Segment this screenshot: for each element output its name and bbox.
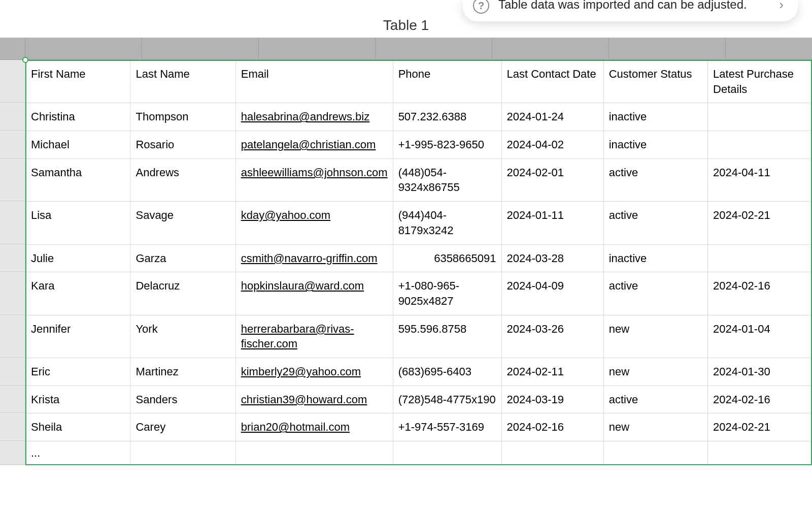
cell-first_name[interactable]: Christina [26, 103, 130, 131]
cell-last_name[interactable]: York [130, 315, 235, 358]
table-row[interactable]: SheilaCareybrian20@hotmail.com+1-974-557… [26, 413, 812, 441]
cell-phone[interactable]: +1-995-823-9650 [393, 131, 501, 159]
cell-last_contact[interactable]: 2024-04-02 [501, 131, 603, 159]
cell-latest_purchase[interactable]: 2024-02-21 [708, 413, 812, 441]
cell-phone[interactable]: 595.596.8758 [393, 315, 501, 358]
email-link[interactable]: kimberly29@yahoo.com [241, 365, 361, 378]
cell-latest_purchase[interactable] [708, 131, 812, 159]
cell-last_name[interactable]: Carey [130, 413, 235, 441]
row-header[interactable] [0, 386, 25, 413]
cell-email[interactable]: kday@yahoo.com [235, 202, 393, 244]
cell-status[interactable]: inactive [603, 244, 707, 272]
cell-last_contact[interactable]: 2024-02-01 [501, 158, 603, 201]
cell-phone[interactable]: 507.232.6388 [393, 103, 501, 131]
cell-status[interactable]: inactive [603, 131, 707, 159]
email-link[interactable]: herrerabarbara@rivas-fischer.com [241, 323, 354, 350]
row-header[interactable] [0, 272, 25, 314]
cell-last_contact[interactable]: 2024-03-26 [501, 315, 603, 358]
cell-phone[interactable]: +1-974-557-3169 [393, 413, 501, 441]
cell-phone[interactable]: +1-080-965-9025x4827 [393, 272, 501, 315]
row-header[interactable] [0, 315, 25, 358]
cell-first_name[interactable]: Krista [26, 386, 130, 413]
cell-latest_purchase[interactable]: 2024-01-04 [708, 315, 812, 358]
cell-latest_purchase[interactable]: 2024-02-16 [708, 386, 812, 413]
cell-first_name[interactable]: Samantha [26, 158, 130, 201]
cell-email[interactable]: halesabrina@andrews.biz [235, 103, 393, 131]
cell-status[interactable]: active [603, 158, 707, 201]
table-row[interactable]: SamanthaAndrewsashleewilliams@johnson.co… [26, 158, 812, 201]
cell-last_contact[interactable]: 2024-02-16 [501, 413, 603, 441]
cell-first_name[interactable]: Julie [26, 244, 130, 272]
cell-last_name[interactable]: Garza [130, 244, 235, 272]
table-row[interactable]: LisaSavagekday@yahoo.com(944)404-8179x32… [26, 202, 812, 244]
row-header[interactable] [0, 201, 25, 244]
chevron-right-icon[interactable]: › [779, 0, 784, 13]
col-header-d[interactable] [376, 38, 492, 59]
cell-last_contact[interactable]: 2024-01-24 [501, 103, 603, 131]
cell-last_name[interactable]: Andrews [130, 158, 235, 201]
cell-last_contact[interactable]: 2024-03-19 [501, 386, 603, 413]
cell-email[interactable]: csmith@navarro-griffin.com [235, 244, 393, 272]
table-row[interactable]: MichaelRosariopatelangela@christian.com+… [26, 131, 812, 159]
ellipsis-cell[interactable] [603, 441, 707, 465]
row-header[interactable] [0, 103, 25, 131]
cell-status[interactable]: new [603, 413, 707, 441]
col-header-c[interactable] [259, 38, 376, 59]
cell-phone[interactable]: (944)404-8179x3242 [393, 202, 501, 244]
data-table[interactable]: First NameLast NameEmailPhoneLast Contac… [25, 60, 812, 465]
ellipsis-cell[interactable]: ... [26, 441, 130, 465]
row-header[interactable] [0, 244, 25, 272]
table-row[interactable]: ChristinaThompsonhalesabrina@andrews.biz… [26, 103, 812, 131]
import-notification[interactable]: ? Table data was imported and can be adj… [463, 0, 798, 21]
cell-email[interactable]: hopkinslaura@ward.com [235, 272, 393, 315]
email-link[interactable]: halesabrina@andrews.biz [241, 110, 369, 123]
row-header[interactable] [0, 413, 25, 441]
cell-status[interactable]: inactive [603, 103, 707, 131]
row-header[interactable] [0, 60, 25, 103]
cell-latest_purchase[interactable] [708, 244, 812, 272]
email-link[interactable]: ashleewilliams@johnson.com [241, 166, 388, 179]
ellipsis-cell[interactable] [708, 441, 812, 465]
cell-first_name[interactable]: Lisa [26, 202, 130, 244]
cell-last_name[interactable]: Savage [130, 202, 235, 244]
cell-last_contact[interactable]: 2024-03-28 [501, 244, 603, 272]
row-header[interactable] [0, 158, 25, 201]
email-link[interactable]: csmith@navarro-griffin.com [241, 252, 378, 265]
col-header-b[interactable] [142, 38, 259, 59]
cell-status[interactable]: active [603, 386, 707, 413]
cell-last_name[interactable]: Delacruz [130, 272, 235, 315]
header-cell-last_contact[interactable]: Last Contact Date [501, 60, 603, 103]
header-cell-phone[interactable]: Phone [393, 60, 501, 103]
cell-first_name[interactable]: Jennifer [26, 315, 130, 358]
header-cell-email[interactable]: Email [235, 60, 393, 103]
cell-email[interactable]: herrerabarbara@rivas-fischer.com [235, 315, 393, 358]
corner-cell[interactable] [0, 38, 25, 59]
cell-last_contact[interactable]: 2024-01-11 [501, 202, 603, 244]
cell-email[interactable]: christian39@howard.com [235, 386, 393, 413]
cell-latest_purchase[interactable]: 2024-02-16 [708, 272, 812, 315]
selection-handle[interactable] [22, 57, 28, 63]
cell-status[interactable]: active [603, 272, 707, 315]
cell-latest_purchase[interactable] [708, 103, 812, 131]
cell-first_name[interactable]: Eric [26, 358, 130, 386]
cell-phone[interactable]: 6358665091 [393, 244, 501, 272]
cell-phone[interactable]: (448)054-9324x86755 [393, 158, 501, 201]
email-link[interactable]: brian20@hotmail.com [241, 421, 350, 433]
email-link[interactable]: kday@yahoo.com [241, 209, 330, 221]
cell-first_name[interactable]: Michael [26, 131, 130, 159]
col-header-a[interactable] [25, 38, 142, 59]
table-row[interactable]: EricMartinezkimberly29@yahoo.com(683)695… [26, 358, 812, 386]
cell-last_name[interactable]: Thompson [130, 103, 235, 131]
cell-first_name[interactable]: Sheila [26, 413, 130, 441]
table-row[interactable]: JenniferYorkherrerabarbara@rivas-fischer… [26, 315, 812, 358]
cell-email[interactable]: brian20@hotmail.com [235, 413, 393, 441]
row-header[interactable] [0, 441, 25, 465]
row-header[interactable] [0, 358, 25, 386]
help-icon[interactable]: ? [473, 0, 489, 14]
col-header-f[interactable] [609, 38, 726, 59]
table-row[interactable]: JulieGarzacsmith@navarro-griffin.com6358… [26, 244, 812, 272]
email-link[interactable]: hopkinslaura@ward.com [241, 279, 364, 292]
header-cell-last_name[interactable]: Last Name [130, 60, 235, 103]
table-row[interactable]: KaraDelacruzhopkinslaura@ward.com+1-080-… [26, 272, 812, 315]
ellipsis-cell[interactable] [235, 441, 393, 465]
